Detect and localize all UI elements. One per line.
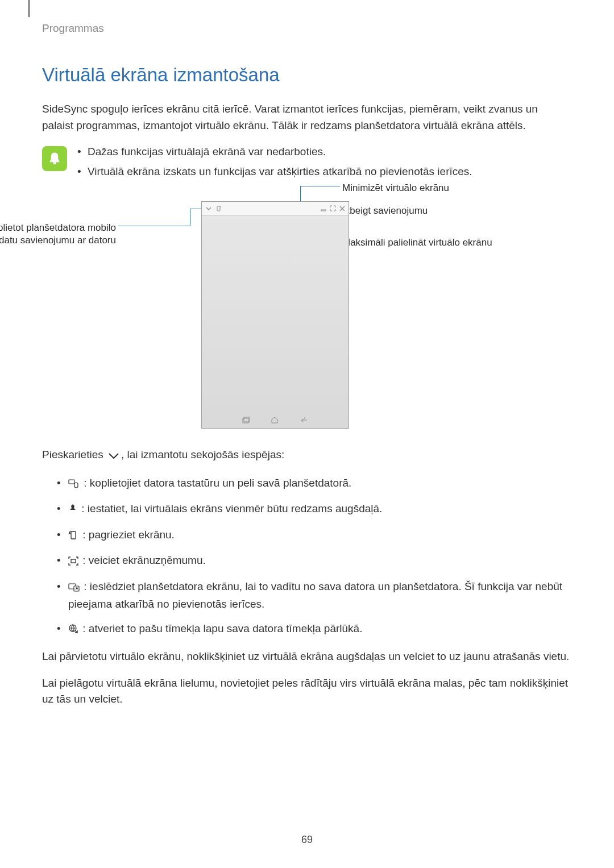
virtual-screen-mockup — [201, 201, 349, 429]
rotate-icon — [68, 529, 78, 545]
virtual-screen-navbar — [202, 414, 349, 428]
back-icon — [299, 416, 308, 427]
note-item: Dažas funkcijas virtuālajā ekrānā var ne… — [77, 144, 572, 160]
close-icon — [339, 206, 345, 211]
page-title: Virtuālā ekrāna izmantošana — [42, 61, 572, 89]
recents-icon — [242, 416, 250, 427]
keyboard-mouse-icon — [68, 477, 80, 493]
callout-share: Koplietot planšetdatora mobilo datu savi… — [0, 222, 116, 247]
screenshot-icon — [68, 554, 78, 571]
note-box: Dažas funkcijas virtuālajā ekrānā var ne… — [42, 144, 572, 183]
minimize-icon — [321, 206, 326, 211]
intro-paragraph: SideSync spoguļo ierīces ekrānu citā ier… — [42, 101, 572, 134]
page-content: Programmas Virtuālā ekrāna izmantošana S… — [0, 0, 614, 708]
options-list: : koplietojiet datora tastatūru un peli … — [57, 475, 572, 639]
home-icon — [271, 416, 279, 427]
section-header: Programmas — [42, 20, 572, 37]
chevron-down-icon — [205, 205, 212, 212]
tab-marker — [28, 0, 30, 17]
bell-icon — [42, 146, 67, 171]
option-item: : atveriet to pašu tīmekļa lapu sava dat… — [57, 621, 572, 639]
page-number: 69 — [0, 832, 614, 848]
callout-maximize: Maksimāli palielināt virtuālo ekrānu — [342, 236, 492, 249]
tether-icon — [215, 205, 222, 212]
globe-share-icon — [68, 622, 78, 639]
chevron-down-icon — [108, 448, 119, 465]
option-item: : koplietojiet datora tastatūru un peli … — [57, 475, 572, 493]
option-item: : ieslēdziet planšetdatora ekrānu, lai t… — [57, 579, 572, 613]
pin-icon — [68, 502, 77, 519]
maximize-icon — [330, 205, 336, 211]
virtual-screen-titlebar — [202, 202, 349, 215]
dual-screen-icon — [68, 580, 80, 597]
option-item: : iestatiet, lai virtuālais ekrāns vienm… — [57, 501, 572, 519]
note-item: Virtuālā ekrāna izskats un funkcijas var… — [77, 164, 572, 180]
callout-minimize: Minimizēt virtuālo ekrānu — [342, 182, 449, 194]
svg-rect-4 — [69, 480, 74, 484]
svg-rect-1 — [321, 210, 326, 211]
option-item: : veiciet ekrānuzņēmumu. — [57, 553, 572, 571]
option-item: : pagrieziet ekrānu. — [57, 527, 572, 545]
svg-rect-7 — [71, 559, 76, 563]
virtual-screen-diagram: Minimizēt virtuālo ekrānu Izbeigt savien… — [42, 194, 572, 439]
resize-paragraph: Lai pielāgotu virtuālā ekrāna lielumu, n… — [42, 675, 572, 708]
svg-rect-6 — [71, 531, 76, 539]
svg-rect-5 — [74, 483, 78, 488]
svg-rect-0 — [217, 206, 220, 211]
move-paragraph: Lai pārvietotu virtuālo ekrānu, noklikšķ… — [42, 649, 572, 665]
callout-close: Izbeigt savienojumu — [342, 205, 428, 217]
note-list: Dažas funkcijas virtuālajā ekrānā var ne… — [77, 144, 572, 183]
touch-paragraph: Pieskarieties , lai izmantotu sekojošās … — [42, 447, 572, 465]
